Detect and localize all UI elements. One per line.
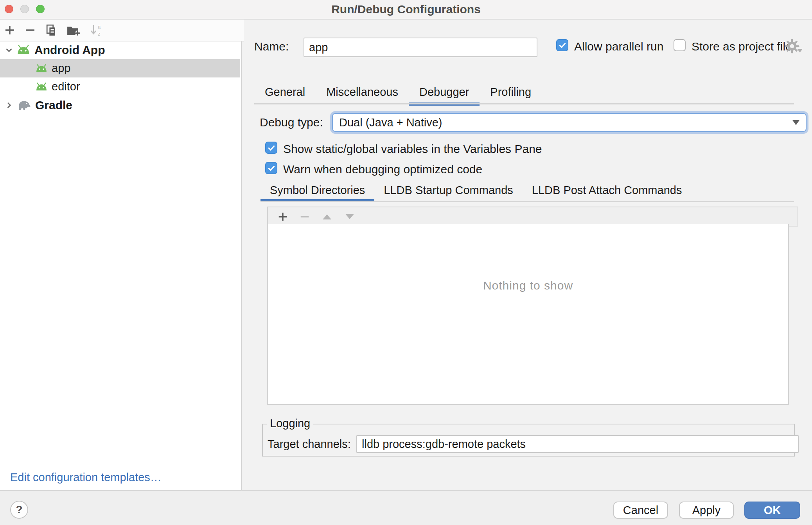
chevron-down-icon[interactable]: [3, 45, 15, 55]
tab-miscellaneous[interactable]: Miscellaneous: [316, 81, 409, 103]
copy-configuration-button[interactable]: [45, 24, 57, 37]
gradle-icon: [16, 99, 31, 111]
sidebar-toolbar: a z: [0, 20, 244, 41]
tree-item-label: editor: [52, 80, 80, 93]
ok-button[interactable]: OK: [744, 502, 800, 519]
help-button[interactable]: ?: [10, 501, 28, 519]
debug-type-label: Debug type:: [260, 116, 323, 129]
check-icon: [558, 41, 567, 50]
check-icon: [267, 144, 276, 152]
subtabs-divider: [260, 201, 794, 202]
subtab-lldb-startup-commands[interactable]: LLDB Startup Commands: [374, 180, 522, 201]
configuration-tabs: General Miscellaneous Debugger Profiling: [254, 81, 542, 103]
store-as-project-file-checkbox[interactable]: [674, 39, 686, 51]
target-channels-label: Target channels:: [268, 438, 351, 451]
chevron-down-icon: [797, 49, 803, 52]
remove-symbol-directory-button[interactable]: [299, 211, 310, 222]
sort-configurations-button[interactable]: a z: [89, 23, 102, 37]
debug-type-value: Dual (Java + Native): [339, 116, 442, 129]
name-input[interactable]: [304, 38, 537, 57]
target-channels-input[interactable]: [356, 435, 799, 453]
logging-group-label: Logging: [267, 417, 313, 430]
subtab-symbol-directories[interactable]: Symbol Directories: [260, 180, 374, 201]
android-icon: [35, 64, 48, 73]
cancel-button[interactable]: Cancel: [613, 502, 668, 519]
tab-profiling[interactable]: Profiling: [480, 81, 542, 103]
edit-configuration-templates-link[interactable]: Edit configuration templates…: [10, 471, 162, 484]
run-debug-configurations-dialog: Run/Debug Configurations: [0, 0, 812, 525]
remove-icon: [299, 211, 310, 222]
name-label: Name:: [254, 40, 289, 53]
warn-optimized-code-checkbox[interactable]: [265, 162, 277, 174]
warn-optimized-code-label[interactable]: Warn when debugging optimized code: [283, 163, 482, 176]
svg-text:a: a: [98, 24, 101, 30]
svg-text:z: z: [98, 31, 101, 37]
arrow-up-icon: [321, 212, 333, 221]
store-settings-gear-button[interactable]: [783, 38, 801, 56]
allow-parallel-run-checkbox[interactable]: [556, 39, 568, 51]
show-static-variables-label[interactable]: Show static/global variables in the Vari…: [283, 142, 542, 156]
add-icon: [277, 211, 288, 222]
tree-item-android-app[interactable]: Android App: [0, 41, 240, 59]
show-static-variables-checkbox[interactable]: [265, 142, 277, 154]
check-icon: [267, 164, 276, 173]
empty-table-text: Nothing to show: [483, 279, 573, 292]
android-icon: [16, 45, 31, 55]
tab-debugger[interactable]: Debugger: [409, 81, 480, 103]
subtab-lldb-post-attach-commands[interactable]: LLDB Post Attach Commands: [523, 180, 692, 201]
remove-configuration-button[interactable]: [24, 24, 36, 36]
tree-item-label: Android App: [34, 43, 105, 57]
sort-alphabetically-icon: a z: [89, 23, 102, 37]
move-up-button[interactable]: [321, 212, 333, 221]
window-title: Run/Debug Configurations: [0, 0, 812, 19]
store-as-project-file-label[interactable]: Store as project file: [692, 40, 792, 53]
dropdown-arrow-icon: [792, 120, 799, 125]
tree-item-editor[interactable]: editor: [0, 77, 240, 96]
symbols-table: Nothing to show: [267, 224, 789, 405]
tab-general[interactable]: General: [254, 81, 316, 103]
debug-type-select[interactable]: Dual (Java + Native): [332, 113, 807, 132]
tree-item-label: Gradle: [35, 99, 72, 112]
chevron-right-icon[interactable]: [3, 100, 15, 110]
add-configuration-button[interactable]: [4, 24, 16, 36]
apply-button[interactable]: Apply: [679, 502, 734, 519]
tree-item-app[interactable]: app: [0, 59, 240, 77]
add-icon: [4, 24, 16, 36]
copy-icon: [45, 24, 57, 37]
arrow-down-icon: [344, 212, 356, 221]
add-symbol-directory-button[interactable]: [277, 211, 288, 222]
symbols-table-toolbar: [267, 207, 798, 227]
remove-icon: [24, 24, 36, 36]
tree-item-label: app: [52, 62, 70, 75]
tree-item-gradle[interactable]: Gradle: [0, 96, 240, 114]
tabs-divider: [254, 103, 794, 104]
lldb-subtabs: Symbol Directories LLDB Startup Commands…: [260, 180, 691, 201]
configurations-sidebar: a z Android App: [0, 20, 242, 490]
android-icon: [35, 82, 48, 92]
titlebar: Run/Debug Configurations: [0, 0, 812, 20]
create-folder-button[interactable]: [66, 24, 81, 37]
new-folder-icon: [66, 24, 81, 37]
allow-parallel-run-label[interactable]: Allow parallel run: [574, 40, 663, 53]
move-down-button[interactable]: [344, 212, 356, 221]
dialog-footer: ? Cancel Apply OK: [0, 490, 812, 525]
